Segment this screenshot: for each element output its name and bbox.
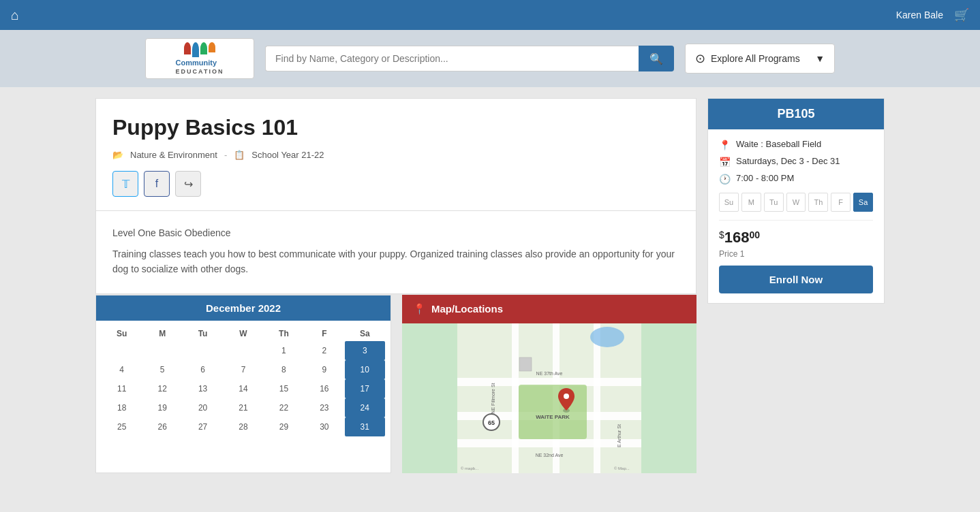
course-subtitle: Level One Basic Obedience (112, 227, 679, 238)
social-icons: 𝕋 f ↪ (112, 171, 679, 197)
course-school-year: School Year 21-22 (251, 150, 324, 160)
search-input[interactable] (265, 46, 639, 71)
svg-text:NE 32nd Ave: NE 32nd Ave (536, 453, 564, 458)
left-panel: Puppy Basics 101 📂 Nature & Environment … (95, 98, 696, 473)
svg-rect-7 (519, 385, 587, 439)
svg-text:© Map...: © Map... (614, 466, 630, 470)
svg-text:65: 65 (488, 419, 495, 426)
map-header-label: Map/Locations (431, 303, 503, 315)
calendar-icon: 📅 (719, 157, 731, 167)
logo-text: CommunityEDUCATION (176, 59, 224, 75)
twitter-icon: 𝕋 (122, 178, 129, 191)
map-image: NE 37th Ave NE Fillmore St NE 32nd Ave E… (402, 323, 696, 473)
day-header-m: M (142, 329, 182, 338)
day-header-tu: Tu (183, 329, 223, 338)
calendar-day: 17 (345, 379, 385, 398)
svg-rect-4 (512, 323, 519, 473)
calendar-day: 28 (223, 417, 263, 436)
day-w: W (786, 193, 806, 212)
top-bar-right: Karen Bale 🛒 (896, 7, 969, 22)
calendar-day (183, 436, 223, 446)
price-dollar-sign: $ (719, 229, 724, 240)
calendar-day: 4 (102, 360, 142, 379)
card-dates: Saturdays, Dec 3 - Dec 31 (736, 156, 840, 166)
search-bar: CommunityEDUCATION 🔍 ⊙ Explore All Progr… (0, 30, 980, 87)
calendar-day: 20 (183, 398, 223, 417)
meta-separator: - (224, 150, 227, 160)
svg-rect-18 (519, 357, 532, 371)
enroll-now-button[interactable]: Enroll Now (719, 266, 873, 293)
course-title: Puppy Basics 101 (112, 115, 679, 140)
map-pin-icon: 📍 (413, 303, 426, 315)
main-content: Puppy Basics 101 📂 Nature & Environment … (0, 87, 980, 484)
card-time: 7:00 - 8:00 PM (736, 173, 794, 183)
course-header: Puppy Basics 101 📂 Nature & Environment … (95, 98, 696, 211)
calendar-day (223, 341, 263, 360)
calendar-day (223, 436, 263, 446)
course-category: Nature & Environment (130, 150, 217, 160)
figure-orange (209, 42, 215, 52)
calendar-day: 8 (264, 360, 304, 379)
share-button[interactable]: ↪ (175, 171, 201, 197)
search-input-wrap: 🔍 (265, 46, 674, 71)
day-tu: Tu (764, 193, 784, 212)
day-header-sa: Sa (345, 329, 385, 338)
home-icon[interactable]: ⌂ (11, 7, 19, 23)
logo-figures (184, 42, 215, 57)
facebook-icon: f (155, 178, 158, 190)
card-location: Waite : Baseball Field (736, 139, 821, 149)
logo: CommunityEDUCATION (145, 38, 254, 79)
calendar-day: 15 (264, 379, 304, 398)
cart-icon[interactable]: 🛒 (954, 7, 969, 22)
card-body: 📍 Waite : Baseball Field 📅 Saturdays, De… (708, 129, 884, 303)
course-card: PB105 📍 Waite : Baseball Field 📅 Saturda… (707, 98, 885, 304)
calendar-day (102, 341, 142, 360)
calendar-day: 1 (264, 341, 304, 360)
calendar-day: 30 (304, 417, 344, 436)
category-icon: 📂 (112, 150, 123, 160)
day-m: M (741, 193, 761, 212)
day-f: F (831, 193, 851, 212)
user-name: Karen Bale (896, 10, 943, 20)
calendar-day: 19 (142, 398, 182, 417)
search-icon: 🔍 (649, 53, 663, 65)
explore-label: Explore All Programs (711, 53, 800, 64)
calendar-day: 9 (304, 360, 344, 379)
calendar-day: 16 (304, 379, 344, 398)
calendar-day: 31 (345, 417, 385, 436)
calendar-day: 22 (264, 398, 304, 417)
calendar-day (142, 436, 182, 446)
price-whole: 168 (724, 229, 750, 246)
calendar-day (183, 341, 223, 360)
calendar-day: 7 (223, 360, 263, 379)
search-button[interactable]: 🔍 (639, 46, 674, 71)
card-location-row: 📍 Waite : Baseball Field (719, 139, 873, 150)
calendar-day: 21 (223, 398, 263, 417)
price-area: $16800 (719, 229, 873, 246)
clock-icon: 🕐 (719, 174, 731, 185)
svg-point-16 (564, 394, 569, 399)
calendar-day: 25 (102, 417, 142, 436)
svg-point-17 (590, 327, 624, 347)
explore-programs-button[interactable]: ⊙ Explore All Programs ▼ (685, 44, 835, 74)
right-panel: PB105 📍 Waite : Baseball Field 📅 Saturda… (707, 98, 885, 304)
twitter-share-button[interactable]: 𝕋 (112, 171, 138, 197)
calendar-day (142, 341, 182, 360)
course-meta: 📂 Nature & Environment - 📋 School Year 2… (112, 150, 679, 160)
calendar-day: 29 (264, 417, 304, 436)
svg-text:WAITE PARK: WAITE PARK (536, 414, 570, 420)
calendar-day: 5 (142, 360, 182, 379)
bottom-section: December 2022 Su M Tu W Th F Sa 12345678… (95, 295, 696, 473)
logo-icon-area: CommunityEDUCATION (176, 42, 224, 75)
calendar-day: 6 (183, 360, 223, 379)
day-header-th: Th (264, 329, 304, 338)
calendar-day: 24 (345, 398, 385, 417)
day-sa: Sa (853, 193, 873, 212)
svg-rect-3 (457, 439, 641, 447)
facebook-share-button[interactable]: f (144, 171, 170, 197)
day-th: Th (808, 193, 828, 212)
calendar-title: December 2022 (206, 302, 281, 314)
svg-text:NE Fillmore St: NE Fillmore St (491, 383, 495, 413)
map-svg: NE 37th Ave NE Fillmore St NE 32nd Ave E… (402, 323, 696, 473)
calendar-days-header: Su M Tu W Th F Sa (102, 326, 385, 341)
